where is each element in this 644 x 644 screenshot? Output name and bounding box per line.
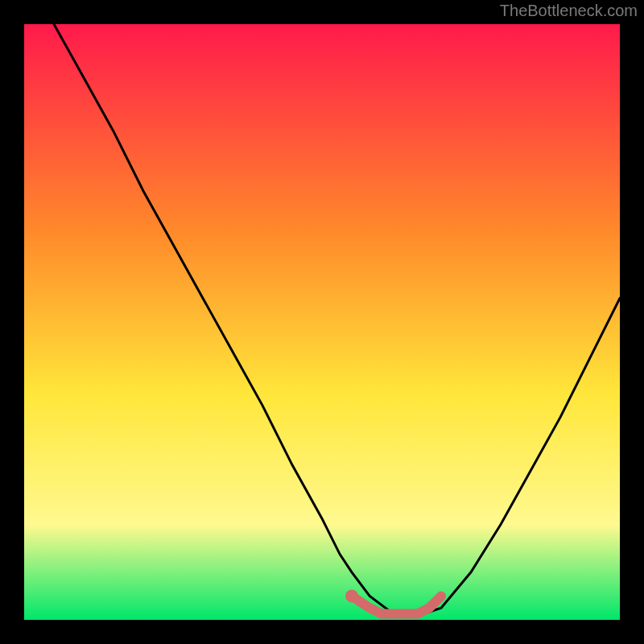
chart-svg [24, 24, 620, 620]
chart-container: TheBottleneck.com [0, 0, 644, 644]
gradient-background [24, 24, 620, 620]
plot-area [24, 24, 620, 620]
attribution-text: TheBottleneck.com [500, 2, 638, 20]
optimal-start-dot [345, 589, 358, 602]
